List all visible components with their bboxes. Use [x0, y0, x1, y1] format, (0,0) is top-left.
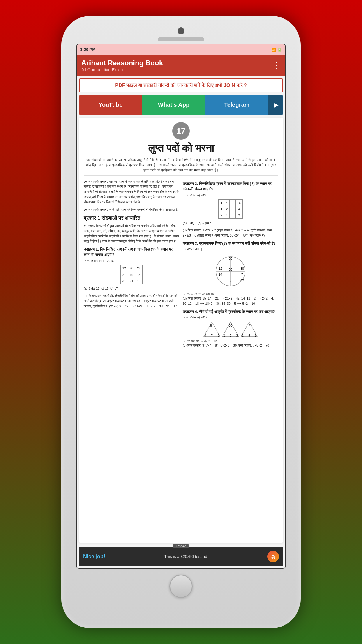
example4-text: उदाहरण 4. नीचे दी गई आकृति में प्रश्नचिन… — [183, 309, 275, 314]
content-area: 17 लुप्त पदों को भरना जब संख्याओं या अक्… — [79, 118, 283, 542]
whatsapp-button[interactable]: What's App — [142, 95, 205, 115]
solution2: (d) जिस प्रकार, 1×2/2 = 2 (पहले स्तम्भ म… — [183, 228, 278, 238]
banner-text: PDF फाइल या सरकारी नौकरी की जानकारी पाने… — [84, 82, 278, 89]
ad-wrapper: Test Ad Nice job! This is a 320x50 test … — [79, 544, 283, 566]
right-column: उदाहरण 2. निम्नलिखित प्रश्न में प्रश्नवा… — [183, 179, 278, 538]
example3-heading: उदाहरण 3. प्रश्नवाचक चिन्ह (?) के स्थान … — [183, 241, 278, 252]
example1-text: उदाहरण 1. निम्नलिखित प्रश्न में प्रश्नवा… — [84, 247, 173, 257]
example4-source: [SSC (Steno) 2017] — [183, 316, 208, 319]
svg-text:7: 7 — [241, 273, 243, 276]
extra-button[interactable]: ▶ — [268, 95, 283, 115]
svg-text:42: 42 — [240, 279, 244, 282]
ad-description: This is a 320x50 test ad. — [164, 554, 208, 559]
example1-table: 122028 2119? 312111 — [120, 265, 143, 284]
phone-frame: 1:20 PM 📶 🔋 Arihant Reasoning Book All C… — [61, 16, 301, 628]
ad-body: Nice job! This is a 320x50 test ad. a — [79, 547, 283, 566]
svg-text:12: 12 — [219, 267, 222, 270]
ad-icon: a — [267, 551, 279, 562]
phone-screen: 1:20 PM 📶 🔋 Arihant Reasoning Book All C… — [76, 44, 286, 569]
ad-label: Test Ad — [173, 544, 189, 548]
phone-camera — [178, 27, 184, 34]
solution3: (d) जिस प्रकार, 35–14 = 21 ⟹ 21×2 = 42; … — [183, 296, 278, 306]
example1-source: [SSC (Constable) 2018] — [84, 259, 115, 262]
menu-icon[interactable]: ⋮ — [273, 61, 281, 70]
options1: (a) 8 (b) 12 (c) 15 (d) 17 — [84, 286, 179, 291]
svg-text:2: 2 — [223, 334, 225, 337]
types-text: इस अध्याय के अन्तर्गत आने वाले प्रश्नों … — [84, 207, 179, 212]
options2: (a) 8 (b) 7 (c) 5 (d) 4 — [183, 220, 278, 226]
type1-heading: प्रकार 1 संख्याओं पर आधारित — [84, 214, 179, 222]
circle-diagram: 36 30 7 12 35 14 4 42 — [213, 254, 248, 289]
status-bar: 1:20 PM 📶 🔋 — [77, 44, 285, 55]
app-header-text: Arihant Reasoning Book All Competitive E… — [81, 59, 163, 72]
example2-table: 14916 1234 246? — [218, 200, 243, 219]
ad-nice-text: Nice job! — [83, 554, 105, 560]
svg-text:7: 7 — [255, 334, 256, 337]
example3-text: उदाहरण 3. प्रश्नवाचक चिन्ह (?) के स्थान … — [183, 241, 275, 246]
app-subtitle: All Competitive Exam — [81, 67, 163, 72]
svg-text:36: 36 — [229, 257, 232, 260]
telegram-button[interactable]: Telegram — [205, 95, 268, 115]
svg-text:2: 2 — [242, 334, 244, 337]
youtube-button[interactable]: YouTube — [79, 95, 142, 115]
left-column: इस अध्याय के अन्तर्गत पूछे गए प्रश्नों म… — [84, 179, 179, 538]
example2-heading: उदाहरण 2. निम्नलिखित प्रश्न में प्रश्नवा… — [183, 181, 278, 198]
chapter-description: जब संख्याओं या अक्षरों को एक या अधिक आकृ… — [84, 157, 278, 176]
svg-text:7: 7 — [211, 334, 213, 337]
example1-heading: उदाहरण 1. निम्नलिखित प्रश्न में प्रश्नवा… — [84, 246, 179, 264]
app-header: Arihant Reasoning Book All Competitive E… — [77, 55, 285, 76]
svg-text:4: 4 — [230, 280, 231, 284]
example3-source: [CGPSC 2019] — [183, 248, 202, 251]
content-columns: इस अध्याय के अन्तर्गत पूछे गए प्रश्नों म… — [84, 179, 278, 538]
home-button[interactable] — [169, 575, 193, 598]
example2-source: [SSC (Steno) 2018] — [183, 194, 208, 197]
svg-text:4: 4 — [205, 334, 206, 337]
solution4: (c) जिस प्रकार, 3×7×4 = 84; 5×2×3 = 30; … — [183, 343, 278, 348]
solution1: (d) जिस प्रकार, पहली और तीसरी पंक्ति में… — [84, 293, 179, 309]
join-banner: PDF फाइल या सरकारी नौकरी की जानकारी पाने… — [79, 78, 283, 92]
triangle1: 84 4 7 3 — [203, 321, 221, 337]
app-title: Arihant Reasoning Book — [81, 59, 163, 67]
svg-text:30: 30 — [240, 267, 244, 270]
svg-text:84: 84 — [210, 324, 214, 327]
triangle2: 30 2 5 3 — [222, 321, 239, 337]
svg-text:?: ? — [248, 324, 250, 327]
svg-text:14: 14 — [219, 273, 222, 276]
svg-text:30: 30 — [229, 324, 232, 327]
chapter-number-container: 17 — [84, 122, 278, 140]
options4: (a) 45 (b) 50 (c) 70 (d) 105 — [183, 339, 278, 343]
type1-desc: इस प्रकार के प्रश्नों में कुछ संख्याओं क… — [84, 223, 179, 244]
social-buttons-row: YouTube What's App Telegram ▶ — [79, 95, 283, 115]
example3-diagram: 36 30 7 12 35 14 4 42 — [183, 254, 278, 290]
svg-text:5: 5 — [230, 334, 231, 337]
svg-text:5: 5 — [248, 334, 250, 337]
svg-text:3: 3 — [217, 334, 219, 337]
status-icons: 📶 🔋 — [271, 48, 282, 52]
example4-heading: उदाहरण 4. नीचे दी गई आकृति में प्रश्नचिन… — [183, 309, 278, 320]
triangle3: ? 2 5 7 — [240, 321, 258, 337]
chapter-circle: 17 — [172, 122, 190, 140]
phone-speaker — [158, 37, 204, 41]
svg-text:3: 3 — [236, 334, 238, 337]
intro-text: इस अध्याय के अन्तर्गत पूछे गए प्रश्नों म… — [84, 179, 179, 205]
options3: (a) 4 (b) 25 (c) 36 (d) 10 — [183, 292, 278, 296]
status-time: 1:20 PM — [80, 47, 96, 52]
svg-text:35: 35 — [229, 268, 232, 271]
chapter-title: लुप्त पदों को भरना — [84, 142, 278, 154]
example2-text: उदाहरण 2. निम्नलिखित प्रश्न में प्रश्नवा… — [183, 181, 272, 192]
example4-diagrams: 84 4 7 3 30 2 5 3 — [183, 321, 278, 337]
